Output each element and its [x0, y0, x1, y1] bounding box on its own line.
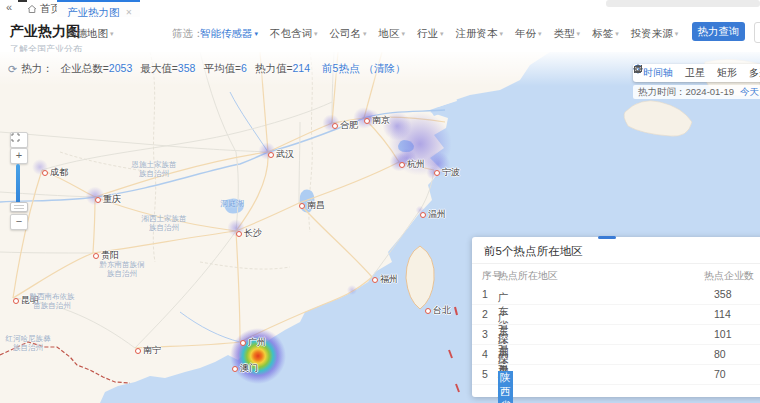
chevron-down-icon: ▾ [440, 30, 444, 37]
heat-time-value[interactable]: 2024-01-19 [686, 86, 735, 97]
tab-bar: « 首页 产业热力图 ✕ [0, 0, 760, 18]
map[interactable]: 成都重庆贵阳昆明南宁广州澳门长沙武汉南昌合肥南京杭州宁波温州福州台北恩施土家族苗… [0, 52, 760, 403]
top-right-strip [606, 0, 760, 7]
heat-stats-bar: ⟳ 热力：企业总数=2053最大值=358平均值=6热力值=214 前5热点 （… [8, 62, 405, 76]
rectangle-tool-button[interactable]: 矩形 [711, 66, 743, 80]
close-icon[interactable]: ✕ [126, 8, 133, 17]
row-index: 1 [482, 288, 488, 300]
row-count: 80 [714, 348, 726, 360]
panel-collapse-handle[interactable] [598, 236, 616, 239]
clear-hotspots-link[interactable]: （清除） [363, 62, 405, 76]
header-bar: 产业热力图 高德地图▾ 了解全国产业分布 筛选： 智能传感器▾不包含词▾公司名▾… [0, 17, 760, 52]
collapse-sidebar-button[interactable]: « [6, 1, 12, 13]
filter-dropdown-1[interactable]: 不包含词▾ [270, 27, 318, 41]
row-index: 5 [482, 368, 488, 380]
satellite-button[interactable]: 卫星 [679, 66, 711, 80]
table-row[interactable]: 5陕西省 西安市 雁塔区70 [472, 365, 760, 385]
top5-hotspots-panel: 前5个热点所在地区 序号 热点所在地区 热点企业数 1广东省 深圳市 龙华区35… [472, 237, 760, 397]
stat-item: 企业总数=2053 [61, 62, 133, 74]
heat-query-button[interactable]: 热力查询 [692, 22, 745, 41]
chevron-down-icon: ▾ [255, 30, 259, 37]
stat-item: 平均值=6 [203, 62, 246, 74]
heat-stats-text: 热力：企业总数=2053最大值=358平均值=6热力值=214 [21, 62, 310, 76]
chevron-down-icon: ▾ [538, 30, 542, 37]
heat-time-label: 热力时间： [638, 86, 686, 97]
filter-dropdown-5[interactable]: 注册资本▾ [456, 27, 504, 41]
polygon-tool-button[interactable]: 多边形 [743, 66, 760, 80]
chevron-down-icon: ▾ [363, 30, 367, 37]
zoom-out-button[interactable]: − [10, 214, 28, 230]
row-index: 3 [482, 328, 488, 340]
polygon-icon [633, 64, 643, 74]
chevron-down-icon: ▾ [402, 30, 406, 37]
filter-dropdown-7[interactable]: 类型▾ [554, 27, 581, 41]
row-count: 358 [714, 288, 732, 300]
row-count: 70 [714, 368, 726, 380]
tab-home[interactable]: 首页 [27, 2, 61, 16]
filter-dropdown-3[interactable]: 地区▾ [379, 27, 406, 41]
table-row[interactable]: 3广东省 深圳市 宝安区101 [472, 325, 760, 345]
top5-hotspots-link[interactable]: 前5热点 [322, 62, 359, 76]
filter-dropdown-0[interactable]: 智能传感器▾ [200, 27, 258, 41]
zoom-in-button[interactable]: + [10, 148, 28, 164]
fullscreen-icon [11, 133, 20, 142]
map-provider-select[interactable]: 高德地图▾ [66, 27, 114, 41]
zoom-slider-handle[interactable] [10, 202, 28, 212]
col-count: 热点企业数 [704, 269, 754, 283]
map-toolbar: 时间轴 卫星 矩形 多边形 [633, 64, 760, 82]
row-index: 2 [482, 308, 488, 320]
filter-dropdown-2[interactable]: 公司名▾ [330, 27, 367, 41]
table-row[interactable]: 4广东省 深圳市 宝安区80 [472, 345, 760, 365]
filter-dropdown-8[interactable]: 标签▾ [592, 27, 619, 41]
filter-dropdown-9[interactable]: 投资来源▾ [631, 27, 679, 41]
window-mark [18, 0, 27, 2]
table-body: 1广东省 深圳市 龙华区3582广东省 深圳市 龙华区1143广东省 深圳市 宝… [472, 285, 760, 385]
table-row[interactable]: 2广东省 深圳市 龙华区114 [472, 305, 760, 325]
chevron-down-icon: ▾ [110, 30, 114, 37]
stat-item: 热力值=214 [255, 62, 310, 74]
filter-dropdown-6[interactable]: 年份▾ [515, 27, 542, 41]
chevron-down-icon: ▾ [615, 30, 619, 37]
app-root: { "colors": {"accent": "#3a7bd5", "tab_a… [0, 0, 760, 403]
selected-region-text: 陕西省 西安市 雁塔区 [498, 371, 513, 403]
chevron-down-icon: ▾ [577, 30, 581, 37]
filter-bar: 智能传感器▾不包含词▾公司名▾地区▾行业▾注册资本▾年份▾类型▾标签▾投资来源▾… [200, 27, 690, 41]
fullscreen-button[interactable] [10, 132, 28, 148]
chevron-down-icon: ▾ [500, 30, 504, 37]
table-row[interactable]: 1广东省 深圳市 龙华区358 [472, 285, 760, 305]
heat-time-chip: 热力时间：2024-01-19今天 [633, 85, 760, 99]
row-count: 114 [714, 308, 731, 320]
row-count: 101 [714, 328, 732, 340]
chevron-down-icon: ▾ [675, 30, 679, 37]
col-region: 热点所在地区 [498, 269, 558, 283]
today-link[interactable]: 今天 [740, 86, 759, 97]
filter-label: 筛选： [172, 27, 204, 41]
table-header: 序号 热点所在地区 热点企业数 [472, 263, 760, 284]
row-index: 4 [482, 348, 488, 360]
clipped-button[interactable] [754, 22, 760, 43]
filter-dropdown-4[interactable]: 行业▾ [417, 27, 444, 41]
panel-title: 前5个热点所在地区 [484, 244, 582, 259]
home-icon [27, 4, 37, 14]
refresh-icon[interactable]: ⟳ [8, 63, 17, 76]
timeline-button[interactable]: 时间轴 [637, 66, 679, 80]
stat-item: 最大值=358 [140, 62, 195, 74]
chevron-down-icon: ▾ [314, 30, 318, 37]
